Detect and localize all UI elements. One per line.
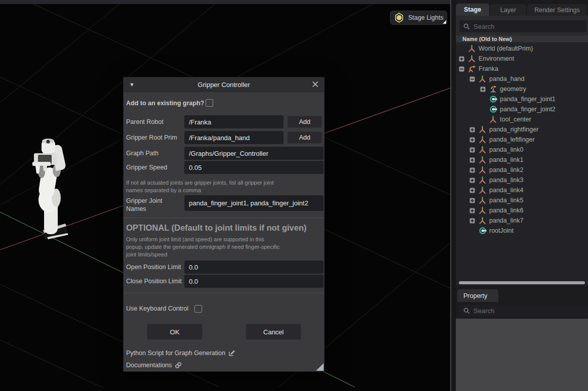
- tree-item-panda_finger_joint1[interactable]: panda_finger_joint1: [456, 94, 588, 104]
- tree-item-panda_rightfinger[interactable]: panda_rightfinger: [456, 124, 588, 135]
- search-icon: [463, 23, 470, 30]
- tree-item-panda_leftfinger[interactable]: panda_leftfinger: [456, 135, 588, 145]
- expand-plus-icon[interactable]: [469, 147, 475, 153]
- expand-plus-icon[interactable]: [469, 178, 475, 183]
- joint-names-hint: If not all actuated joints are gripper j…: [126, 179, 274, 194]
- property-search-placeholder: Search: [474, 307, 494, 315]
- tree-item-panda_finger_joint2[interactable]: panda_finger_joint2: [456, 104, 588, 114]
- geometry-icon: [489, 85, 498, 93]
- stage-lights-label: Stage Lights: [408, 14, 444, 21]
- keyboard-control-checkbox[interactable]: [194, 305, 202, 313]
- tree-item-panda_link4[interactable]: panda_link4: [456, 185, 588, 195]
- gripper-root-input[interactable]: [184, 131, 284, 144]
- ok-button[interactable]: OK: [147, 324, 203, 340]
- existing-graph-label: Add to an existing graph?: [126, 99, 204, 107]
- expand-spacer: [469, 228, 475, 234]
- tree-item-label: panda_link3: [489, 177, 523, 184]
- graph-path-label: Graph Path: [126, 149, 159, 157]
- documentations-link[interactable]: Documentations: [126, 362, 182, 369]
- graph-path-input[interactable]: [184, 147, 324, 160]
- stage-lights-button[interactable]: Stage Lights: [390, 11, 447, 25]
- tree-item-panda_link7[interactable]: panda_link7: [456, 215, 588, 226]
- tab-render-settings[interactable]: Render Settings: [527, 4, 587, 16]
- tree-item-franka[interactable]: Franka: [456, 64, 588, 74]
- xform-icon: [489, 115, 498, 123]
- open-limit-input[interactable]: [184, 260, 324, 274]
- expand-plus-icon[interactable]: [469, 127, 475, 133]
- collapse-minus-icon[interactable]: [459, 66, 464, 72]
- tree-item-rootjoint[interactable]: rootJoint: [456, 226, 588, 236]
- right-panel: StageLayerRender Settings Search Name (O…: [456, 0, 588, 391]
- optional-section-header: OPTIONAL (Default to joint limits if not…: [126, 223, 306, 233]
- gripper-root-add-button[interactable]: Add: [287, 132, 322, 144]
- tab-layer[interactable]: Layer: [490, 4, 526, 16]
- expand-plus-icon[interactable]: [469, 208, 475, 213]
- close-icon[interactable]: [311, 80, 320, 89]
- parent-robot-input[interactable]: [184, 115, 284, 128]
- dialog-resize-grip[interactable]: [316, 363, 324, 371]
- edit-icon: [228, 350, 236, 357]
- tree-item-panda_link6[interactable]: panda_link6: [456, 205, 588, 215]
- collapse-minus-icon[interactable]: [469, 76, 475, 82]
- expand-spacer: [480, 107, 486, 112]
- property-tab-label: Property: [463, 292, 487, 299]
- xform-icon: [479, 156, 487, 164]
- existing-graph-checkbox[interactable]: [206, 99, 213, 107]
- joint-icon: [489, 95, 498, 103]
- expand-plus-icon[interactable]: [469, 167, 475, 173]
- keyboard-control-label: Use Keyboard Control: [126, 305, 188, 313]
- xform-icon: [479, 196, 487, 204]
- tree-item-world-defaultprim-[interactable]: World (defaultPrim): [456, 44, 588, 54]
- tree-item-panda_link5[interactable]: panda_link5: [456, 195, 588, 205]
- expand-spacer: [480, 117, 486, 122]
- xform-icon: [479, 186, 487, 194]
- tree-item-panda_link0[interactable]: panda_link0: [456, 145, 588, 155]
- tab-stage[interactable]: Stage: [456, 4, 489, 16]
- tree-item-panda_link3[interactable]: panda_link3: [456, 175, 588, 185]
- expand-plus-icon[interactable]: [469, 198, 475, 203]
- expand-plus-icon[interactable]: [469, 137, 475, 143]
- tree-item-label: panda_link2: [489, 166, 523, 173]
- tree-item-label: rootJoint: [489, 227, 514, 234]
- dialog-titlebar[interactable]: ▼ Gripper Controller: [124, 77, 324, 92]
- expand-plus-icon[interactable]: [469, 218, 475, 224]
- tree-item-panda_hand[interactable]: panda_hand: [456, 74, 588, 84]
- close-limit-input[interactable]: [184, 275, 324, 288]
- tree-item-environment[interactable]: Environment: [456, 54, 588, 64]
- gripper-speed-input[interactable]: [184, 161, 324, 174]
- expand-plus-icon[interactable]: [469, 188, 475, 193]
- tree-column-header-label: Name (Old to New): [462, 36, 512, 42]
- link-icon: [175, 362, 182, 369]
- tree-column-header[interactable]: Name (Old to New): [456, 35, 588, 43]
- tree-item-label: World (defaultPrim): [479, 45, 533, 52]
- expand-spacer: [459, 46, 464, 52]
- joint-names-input[interactable]: [184, 195, 324, 211]
- section-separator: [124, 293, 324, 293]
- tree-item-label: Environment: [479, 55, 514, 62]
- stage-tree-horizontal-scrollbar[interactable]: [456, 280, 588, 286]
- joint-icon: [479, 227, 487, 235]
- tab-property[interactable]: Property: [457, 289, 498, 302]
- robot-arm: [32, 139, 68, 240]
- xform-icon: [479, 125, 487, 134]
- search-icon: [463, 308, 470, 314]
- stage-search-input[interactable]: Search: [459, 20, 586, 32]
- xform-icon: [479, 206, 487, 214]
- parent-robot-add-button[interactable]: Add: [287, 116, 322, 128]
- tree-item-geometry[interactable]: geometry: [456, 84, 588, 94]
- expand-plus-icon[interactable]: [480, 86, 486, 92]
- tree-item-panda_link1[interactable]: panda_link1: [456, 155, 588, 165]
- tree-item-tool_center[interactable]: tool_center: [456, 114, 588, 124]
- application-window: Stage Lights StageLayerRender Settings S…: [0, 0, 588, 391]
- property-search-input[interactable]: Search: [459, 305, 588, 317]
- tree-item-panda_link2[interactable]: panda_link2: [456, 165, 588, 175]
- gripper-root-label: Gripper Root Prim: [126, 134, 177, 142]
- cancel-button[interactable]: Cancel: [246, 324, 301, 340]
- robot-icon: [468, 65, 477, 73]
- gripper-speed-label: Gripper Speed: [126, 163, 167, 171]
- python-script-link[interactable]: Python Script for Graph Generation: [126, 350, 236, 357]
- expand-plus-icon[interactable]: [469, 157, 475, 163]
- gripper-controller-dialog: ▼ Gripper Controller Add to an existing …: [123, 77, 325, 372]
- expand-plus-icon[interactable]: [459, 56, 464, 62]
- tree-item-label: panda_link6: [489, 207, 523, 214]
